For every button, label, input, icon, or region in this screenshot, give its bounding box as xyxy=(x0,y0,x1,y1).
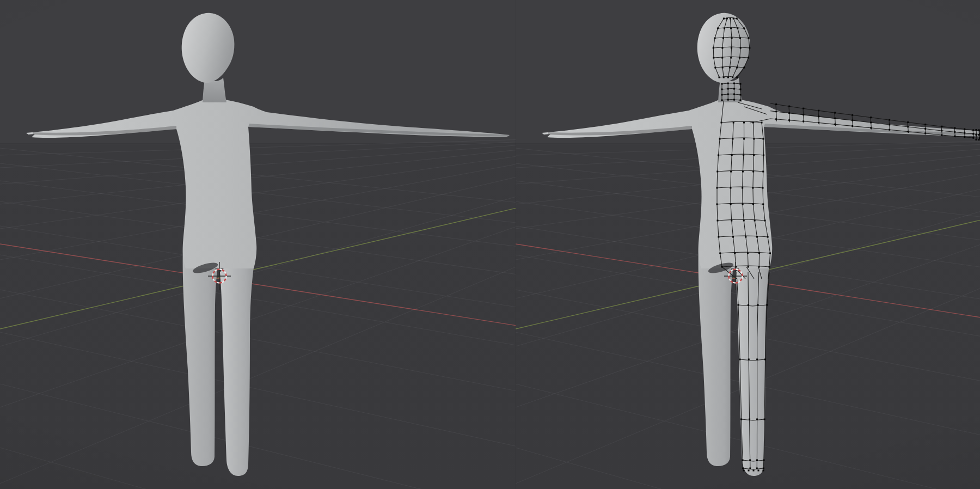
scene-edit xyxy=(516,0,980,489)
viewport-shaded[interactable] xyxy=(0,0,516,489)
blender-viewport-screenshot xyxy=(0,0,980,489)
viewport-edit[interactable] xyxy=(516,0,980,489)
viewport-background xyxy=(0,0,516,489)
scene-shaded xyxy=(0,0,516,489)
